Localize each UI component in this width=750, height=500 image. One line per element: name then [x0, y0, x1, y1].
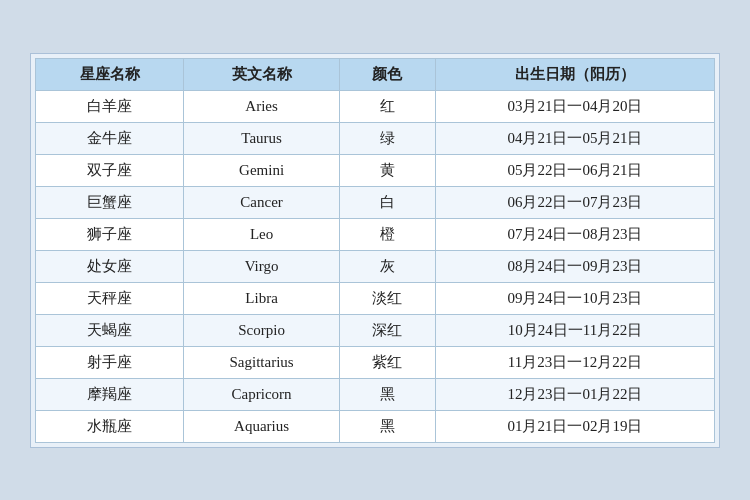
- cell-color: 黄: [339, 154, 435, 186]
- cell-english-name: Virgo: [184, 250, 340, 282]
- cell-english-name: Aries: [184, 90, 340, 122]
- cell-color: 白: [339, 186, 435, 218]
- cell-dates: 03月21日一04月20日: [435, 90, 714, 122]
- table-row: 水瓶座Aquarius黑01月21日一02月19日: [36, 410, 715, 442]
- cell-dates: 01月21日一02月19日: [435, 410, 714, 442]
- cell-chinese-name: 水瓶座: [36, 410, 184, 442]
- cell-english-name: Aquarius: [184, 410, 340, 442]
- cell-chinese-name: 狮子座: [36, 218, 184, 250]
- table-row: 金牛座Taurus绿04月21日一05月21日: [36, 122, 715, 154]
- cell-english-name: Gemini: [184, 154, 340, 186]
- cell-color: 淡红: [339, 282, 435, 314]
- header-dates: 出生日期（阳历）: [435, 58, 714, 90]
- cell-color: 绿: [339, 122, 435, 154]
- table-row: 摩羯座Capricorn黑12月23日一01月22日: [36, 378, 715, 410]
- cell-english-name: Taurus: [184, 122, 340, 154]
- table-row: 双子座Gemini黄05月22日一06月21日: [36, 154, 715, 186]
- table-row: 天蝎座Scorpio深红10月24日一11月22日: [36, 314, 715, 346]
- cell-chinese-name: 金牛座: [36, 122, 184, 154]
- table-row: 白羊座Aries红03月21日一04月20日: [36, 90, 715, 122]
- cell-english-name: Sagittarius: [184, 346, 340, 378]
- table-row: 射手座Sagittarius紫红11月23日一12月22日: [36, 346, 715, 378]
- cell-dates: 11月23日一12月22日: [435, 346, 714, 378]
- cell-color: 橙: [339, 218, 435, 250]
- cell-color: 深红: [339, 314, 435, 346]
- cell-dates: 10月24日一11月22日: [435, 314, 714, 346]
- zodiac-table: 星座名称 英文名称 颜色 出生日期（阳历） 白羊座Aries红03月21日一04…: [35, 58, 715, 443]
- cell-english-name: Capricorn: [184, 378, 340, 410]
- cell-chinese-name: 天蝎座: [36, 314, 184, 346]
- cell-color: 黑: [339, 378, 435, 410]
- cell-color: 红: [339, 90, 435, 122]
- cell-chinese-name: 处女座: [36, 250, 184, 282]
- cell-chinese-name: 摩羯座: [36, 378, 184, 410]
- cell-english-name: Cancer: [184, 186, 340, 218]
- table-row: 天秤座Libra淡红09月24日一10月23日: [36, 282, 715, 314]
- header-color: 颜色: [339, 58, 435, 90]
- cell-dates: 06月22日一07月23日: [435, 186, 714, 218]
- zodiac-table-container: 星座名称 英文名称 颜色 出生日期（阳历） 白羊座Aries红03月21日一04…: [30, 53, 720, 448]
- table-row: 处女座Virgo灰08月24日一09月23日: [36, 250, 715, 282]
- table-row: 巨蟹座Cancer白06月22日一07月23日: [36, 186, 715, 218]
- header-chinese-name: 星座名称: [36, 58, 184, 90]
- cell-dates: 08月24日一09月23日: [435, 250, 714, 282]
- cell-color: 紫红: [339, 346, 435, 378]
- cell-english-name: Scorpio: [184, 314, 340, 346]
- cell-dates: 07月24日一08月23日: [435, 218, 714, 250]
- cell-dates: 09月24日一10月23日: [435, 282, 714, 314]
- cell-chinese-name: 天秤座: [36, 282, 184, 314]
- cell-dates: 04月21日一05月21日: [435, 122, 714, 154]
- cell-chinese-name: 双子座: [36, 154, 184, 186]
- cell-chinese-name: 射手座: [36, 346, 184, 378]
- cell-english-name: Libra: [184, 282, 340, 314]
- cell-color: 灰: [339, 250, 435, 282]
- cell-english-name: Leo: [184, 218, 340, 250]
- cell-dates: 12月23日一01月22日: [435, 378, 714, 410]
- table-header-row: 星座名称 英文名称 颜色 出生日期（阳历）: [36, 58, 715, 90]
- cell-color: 黑: [339, 410, 435, 442]
- header-english-name: 英文名称: [184, 58, 340, 90]
- cell-dates: 05月22日一06月21日: [435, 154, 714, 186]
- cell-chinese-name: 白羊座: [36, 90, 184, 122]
- cell-chinese-name: 巨蟹座: [36, 186, 184, 218]
- table-row: 狮子座Leo橙07月24日一08月23日: [36, 218, 715, 250]
